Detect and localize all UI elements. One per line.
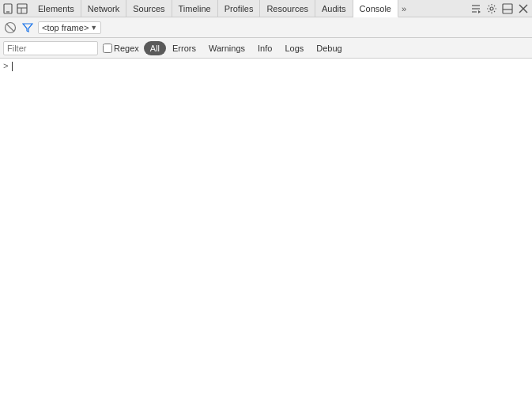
- filter-icon[interactable]: [21, 21, 35, 35]
- tab-timeline[interactable]: Timeline: [172, 0, 218, 17]
- tab-bar-icons: [2, 2, 28, 15]
- tab-audits[interactable]: Audits: [315, 0, 353, 17]
- regex-checkbox[interactable]: Regex: [103, 44, 139, 53]
- console-cursor: [12, 62, 13, 71]
- dock-icon[interactable]: [500, 2, 515, 16]
- level-warnings-button[interactable]: Warnings: [202, 41, 251, 55]
- filter-input[interactable]: [3, 41, 98, 55]
- level-errors-button[interactable]: Errors: [166, 41, 202, 55]
- tab-bar: Elements Network Sources Timeline Profil…: [0, 0, 532, 17]
- level-info-button[interactable]: Info: [251, 41, 278, 55]
- close-icon[interactable]: [516, 2, 530, 16]
- console-area[interactable]: >: [0, 59, 532, 398]
- settings-icon[interactable]: [485, 2, 499, 16]
- svg-rect-2: [17, 4, 27, 13]
- console-prompt: >: [3, 62, 529, 71]
- run-button[interactable]: [469, 2, 483, 16]
- mobile-icon[interactable]: [2, 2, 14, 15]
- filter-bar: Regex All Errors Warnings Info Logs Debu…: [0, 38, 532, 59]
- svg-marker-8: [478, 10, 481, 13]
- tab-console[interactable]: Console: [353, 0, 398, 17]
- tab-network[interactable]: Network: [81, 0, 126, 17]
- clear-console-icon[interactable]: [3, 21, 17, 35]
- inspect-icon[interactable]: [16, 2, 28, 15]
- console-caret: >: [3, 62, 9, 71]
- tab-actions: [469, 2, 530, 16]
- svg-point-9: [490, 7, 493, 10]
- level-all-button[interactable]: All: [144, 41, 166, 55]
- frame-selector-arrow-icon: ▼: [90, 24, 97, 32]
- toolbar: <top frame> ▼: [0, 17, 532, 38]
- tab-sources[interactable]: Sources: [126, 0, 172, 17]
- tab-profiles[interactable]: Profiles: [218, 0, 261, 17]
- filter-levels: All Errors Warnings Info Logs Debug: [144, 41, 349, 55]
- tab-elements[interactable]: Elements: [32, 0, 81, 17]
- level-logs-button[interactable]: Logs: [278, 41, 310, 55]
- svg-rect-10: [503, 4, 512, 13]
- svg-line-15: [6, 24, 14, 32]
- tab-overflow[interactable]: »: [398, 2, 409, 15]
- tab-resources[interactable]: Resources: [260, 0, 315, 17]
- regex-checkbox-input[interactable]: [103, 44, 112, 53]
- level-debug-button[interactable]: Debug: [310, 41, 348, 55]
- frame-selector[interactable]: <top frame> ▼: [38, 21, 101, 34]
